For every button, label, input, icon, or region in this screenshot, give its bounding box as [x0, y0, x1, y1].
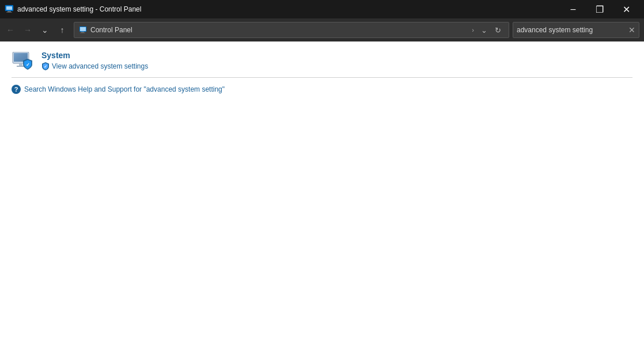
system-item: ✓ System ✓ View advanced system settings: [12, 51, 632, 70]
search-input[interactable]: [517, 26, 628, 34]
content-divider: [12, 77, 632, 78]
system-title: System: [41, 51, 148, 60]
address-bar-actions: ⌄ ↻: [478, 24, 504, 36]
address-bar-icon: [79, 25, 88, 35]
titlebar-title: advanced system setting - Control Panel: [17, 5, 560, 13]
address-refresh-button[interactable]: ↻: [491, 24, 504, 36]
forward-button[interactable]: →: [20, 22, 36, 38]
close-button[interactable]: ✕: [613, 0, 639, 18]
svg-rect-1: [6, 6, 12, 10]
svg-text:✓: ✓: [26, 62, 30, 67]
nav-bar: ← → ⌄ ↑ Control Panel › ⌄ ↻ ✕: [0, 18, 644, 41]
restore-button[interactable]: ❐: [586, 0, 613, 18]
back-button[interactable]: ←: [2, 22, 18, 38]
content-area: ✓ System ✓ View advanced system settings: [0, 41, 644, 340]
dropdown-recent-button[interactable]: ⌄: [37, 22, 53, 38]
search-clear-button[interactable]: ✕: [628, 26, 635, 34]
svg-rect-11: [19, 63, 22, 66]
view-advanced-link[interactable]: ✓ View advanced system settings: [41, 62, 148, 70]
help-icon: ?: [12, 85, 21, 94]
address-bar[interactable]: Control Panel › ⌄ ↻: [74, 22, 509, 38]
breadcrumb-control-panel: Control Panel: [90, 26, 468, 34]
breadcrumb-arrow: ›: [472, 27, 474, 33]
search-box[interactable]: ✕: [513, 22, 639, 38]
svg-rect-6: [81, 32, 84, 33]
titlebar-controls: – ❐ ✕: [560, 0, 639, 18]
uac-shield-icon: ✓: [41, 62, 50, 70]
minimize-button[interactable]: –: [560, 0, 586, 18]
system-info: System ✓ View advanced system settings: [41, 51, 148, 70]
svg-rect-2: [7, 11, 11, 12]
title-bar: advanced system setting - Control Panel …: [0, 0, 644, 18]
view-advanced-link-text: View advanced system settings: [52, 62, 148, 70]
svg-rect-7: [80, 33, 85, 33]
svg-text:✓: ✓: [44, 65, 47, 69]
titlebar-app-icon: [5, 5, 14, 14]
svg-rect-5: [80, 27, 86, 31]
help-search-text: Search Windows Help and Support for "adv…: [24, 85, 225, 93]
svg-rect-3: [6, 12, 12, 13]
help-search-link[interactable]: ? Search Windows Help and Support for "a…: [12, 85, 632, 94]
system-computer-icon: ✓: [12, 52, 35, 70]
address-dropdown-button[interactable]: ⌄: [478, 24, 490, 36]
up-button[interactable]: ↑: [54, 22, 70, 38]
